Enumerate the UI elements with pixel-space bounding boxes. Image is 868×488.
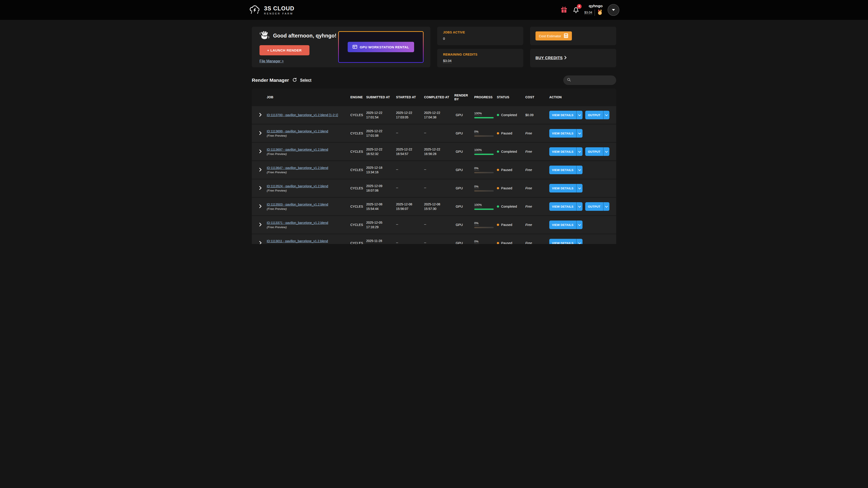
- cost: Free: [525, 223, 547, 227]
- render-by: GPU: [454, 150, 472, 153]
- expand-row-button[interactable]: [259, 241, 262, 244]
- job-link[interactable]: ID:1113011 - pavillon_barcelone_v1.2.ble…: [267, 239, 348, 243]
- view-details-button[interactable]: VIEW DETAILS: [549, 111, 576, 119]
- chevron-down-icon: [612, 8, 615, 12]
- view-details-group: VIEW DETAILS: [549, 221, 583, 229]
- output-dropdown-button[interactable]: [603, 202, 610, 211]
- view-details-dropdown-button[interactable]: [576, 221, 583, 229]
- view-details-dropdown-button[interactable]: [576, 111, 583, 119]
- status-dot-icon: [497, 169, 499, 171]
- completed-at: 2025-12-2216:56:28: [424, 148, 452, 156]
- row-actions: VIEW DETAILS: [549, 129, 612, 138]
- output-dropdown-button[interactable]: [603, 147, 610, 156]
- job-link[interactable]: ID:1113503 - pavillon_barcelone_v1.2.ble…: [267, 203, 348, 206]
- buy-credits-link[interactable]: BUY CREDITS: [535, 56, 567, 61]
- logo[interactable]: 3S CLOUD RENDER FARM: [249, 5, 294, 15]
- cost: Free: [525, 186, 547, 190]
- view-details-dropdown-button[interactable]: [576, 239, 583, 244]
- submitted-at: 2025-12-1813:34:16: [366, 166, 394, 174]
- balance[interactable]: $3.04: [584, 11, 592, 15]
- row-actions: VIEW DETAILS: [549, 166, 612, 174]
- job-link[interactable]: ID:1113699 - pavillon_barcelone_v1.2.ble…: [267, 129, 348, 133]
- job-subtitle: (Free Preview): [267, 244, 348, 244]
- output-button[interactable]: OUTPUT: [585, 202, 603, 211]
- job-engine: CYCLES: [350, 223, 364, 227]
- view-details-group: VIEW DETAILS: [549, 202, 583, 211]
- render-by: GPU: [454, 241, 472, 244]
- chevron-down-icon: [605, 150, 608, 153]
- cost-estimator-button[interactable]: Cost Estimator: [535, 31, 572, 40]
- file-manager-link[interactable]: File Manager >: [259, 59, 284, 63]
- workstation-icon: [352, 45, 357, 49]
- job-link[interactable]: ID:1113700 - pavillon_barcelone_v1.2.ble…: [267, 113, 348, 117]
- col-cost: COST: [525, 95, 547, 99]
- gpu-workstation-rental-button[interactable]: GPU WORKSTATION RENTAL: [348, 42, 414, 52]
- view-details-button[interactable]: VIEW DETAILS: [549, 202, 576, 211]
- jobs-active-value: 0: [443, 37, 518, 40]
- account-menu-button[interactable]: [608, 4, 619, 16]
- job-engine: CYCLES: [350, 113, 364, 117]
- select-link[interactable]: Select: [300, 78, 311, 83]
- status-label: Completed: [501, 150, 517, 153]
- view-details-dropdown-button[interactable]: [576, 129, 583, 138]
- job-subtitle: (Free Preview): [267, 170, 348, 174]
- chevron-down-icon: [578, 132, 581, 135]
- progress: 0%: [474, 240, 495, 244]
- view-details-group: VIEW DETAILS: [549, 129, 583, 138]
- view-details-dropdown-button[interactable]: [576, 166, 583, 174]
- cost: $0.09: [525, 113, 547, 117]
- progress-label: 100%: [474, 203, 482, 207]
- render-manager-bar: Render Manager Select: [252, 75, 616, 85]
- view-details-button[interactable]: VIEW DETAILS: [549, 184, 576, 193]
- expand-row-button[interactable]: [259, 223, 262, 227]
- view-details-button[interactable]: VIEW DETAILS: [549, 166, 576, 174]
- job-link[interactable]: ID:1113697 - pavillon_barcelone_v1.2.ble…: [267, 148, 348, 151]
- started-at: 2025-12-0815:56:07: [396, 202, 422, 210]
- job-link[interactable]: ID:1113647 - pavillon_barcelone_v1.2.ble…: [267, 166, 348, 170]
- status-label: Completed: [501, 205, 517, 208]
- jobs-active-label: JOBS ACTIVE: [443, 31, 518, 34]
- refresh-button[interactable]: [292, 77, 297, 83]
- expand-row-button[interactable]: [259, 113, 262, 118]
- col-engine: ENGINE: [350, 95, 364, 99]
- job-link[interactable]: ID:1113524 - pavillon_barcelone_v1.2.ble…: [267, 184, 348, 188]
- table-row: ID:1113503 - pavillon_barcelone_v1.2.ble…: [252, 198, 616, 215]
- job-subtitle: (Free Preview): [267, 189, 348, 192]
- row-actions: VIEW DETAILS OUTPUT: [549, 147, 612, 156]
- render-by: GPU: [454, 131, 472, 135]
- view-details-dropdown-button[interactable]: [576, 202, 583, 211]
- launch-render-button[interactable]: + LAUNCH RENDER: [259, 45, 309, 55]
- view-details-button[interactable]: VIEW DETAILS: [549, 239, 576, 244]
- completed-at: --: [424, 223, 452, 227]
- progress: 0%: [474, 221, 495, 228]
- output-group: OUTPUT: [585, 111, 610, 119]
- status: Completed: [497, 205, 523, 208]
- expand-row-button[interactable]: [259, 186, 262, 191]
- expand-row-button[interactable]: [259, 131, 262, 136]
- remaining-credits-value[interactable]: $3.04: [443, 59, 452, 63]
- view-details-button[interactable]: VIEW DETAILS: [549, 129, 576, 138]
- started-at: --: [396, 241, 422, 244]
- view-details-dropdown-button[interactable]: [576, 147, 583, 156]
- completed-at: 2025-12-2217:04:38: [424, 111, 452, 119]
- cost: Free: [525, 131, 547, 135]
- job-link[interactable]: ID:1113371 - pavillon_barcelone_v1.2.ble…: [267, 221, 348, 225]
- search-input[interactable]: [573, 78, 614, 82]
- view-details-button[interactable]: VIEW DETAILS: [549, 147, 576, 156]
- submitted-at: 2025-12-0815:54:44: [366, 202, 394, 210]
- status: Paused: [497, 131, 523, 135]
- expand-row-button[interactable]: [259, 149, 262, 154]
- expand-row-button[interactable]: [259, 168, 262, 172]
- row-actions: VIEW DETAILS OUTPUT: [549, 111, 612, 119]
- progress-bar: [474, 208, 494, 210]
- output-button[interactable]: OUTPUT: [585, 147, 603, 156]
- output-dropdown-button[interactable]: [603, 111, 610, 119]
- expand-row-button[interactable]: [259, 204, 262, 209]
- status-dot-icon: [497, 132, 499, 134]
- gift-button[interactable]: [560, 6, 567, 14]
- view-details-button[interactable]: VIEW DETAILS: [549, 221, 576, 229]
- notifications-button[interactable]: 4: [572, 6, 579, 14]
- output-button[interactable]: OUTPUT: [585, 111, 603, 119]
- view-details-dropdown-button[interactable]: [576, 184, 583, 193]
- greeting-text: Good afternoon, qyhngo!: [273, 33, 337, 39]
